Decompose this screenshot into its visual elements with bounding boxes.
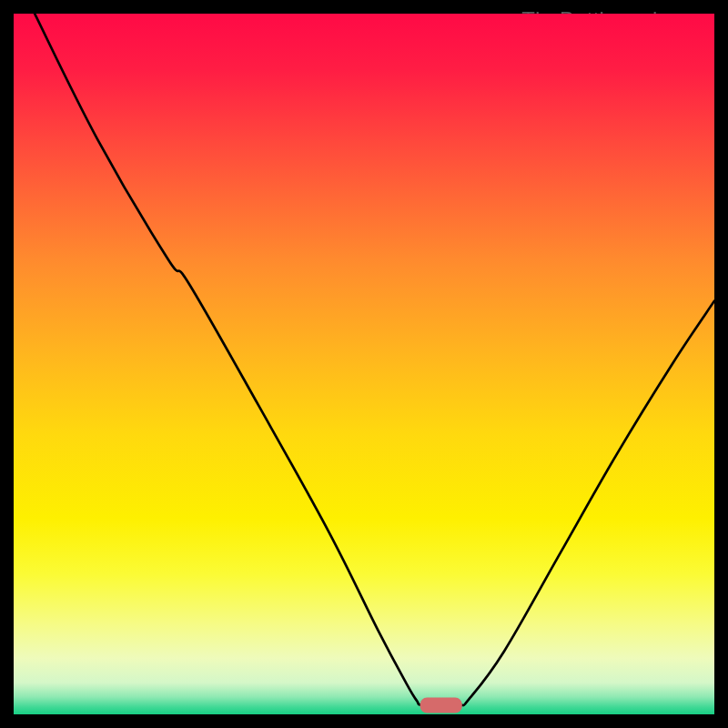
plot-background — [14, 14, 714, 714]
optimal-marker — [420, 698, 462, 713]
chart-container: TheBottleneck.com — [0, 0, 728, 728]
bottleneck-chart — [14, 14, 714, 714]
